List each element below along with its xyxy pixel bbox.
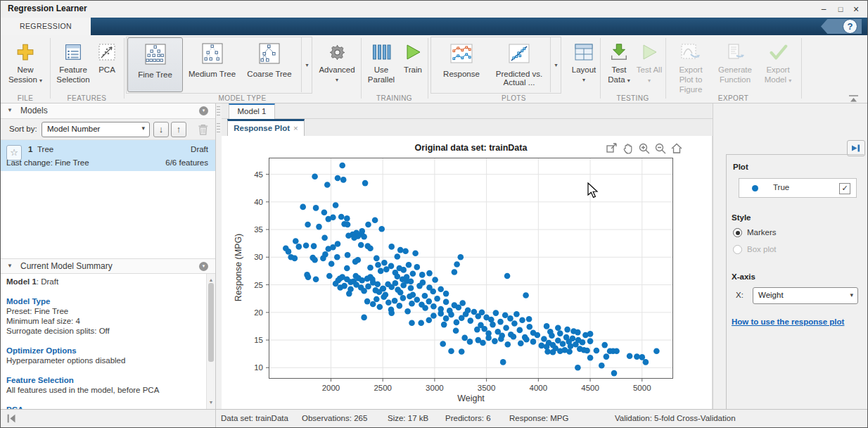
boxplot-radio-label[interactable]: Box plot [747,245,777,253]
markers-radio-label[interactable]: Markers [747,228,777,237]
feature-selection-button[interactable]: Feature Selection [53,39,94,84]
summary-heading-feature-selection[interactable]: Feature Selection [6,375,196,385]
svg-text:10: 10 [254,363,263,372]
tab-response-plot[interactable]: Response Plot× [227,119,305,136]
panel-menu-icon[interactable]: ▼ [199,262,208,271]
boxplot-radio[interactable] [733,245,742,254]
summary-scrollbar[interactable]: ▲ ▼ [206,274,215,409]
scatter-plot-canvas[interactable]: 2000250030003500400045005000101520253035… [269,158,673,379]
collapse-triangle-icon[interactable]: ▼ [7,263,13,269]
test-data-icon [604,39,634,65]
series-marker-icon [752,185,758,191]
train-button[interactable]: Train [400,39,426,75]
svg-text:30: 30 [254,253,263,261]
style-section-heading: Style [732,213,751,222]
coarse-tree-button[interactable]: Coarse Tree [241,37,298,92]
export-plot-icon [671,39,710,65]
new-session-label: New Session [8,65,37,84]
models-panel-header[interactable]: ▼ Models ▼ [1,103,215,119]
zoom-in-icon[interactable] [638,142,651,155]
delete-model-button[interactable] [195,122,210,137]
summary-line: Preset: Fine Tree [6,306,196,316]
plots-gallery-expand-button[interactable]: ▾ [550,37,561,92]
scrollbar-thumb[interactable] [208,283,214,362]
generate-function-icon [713,39,757,65]
coarse-tree-label: Coarse Tree [241,70,298,78]
advanced-label: Advanced [315,65,359,75]
export-model-button[interactable]: Export Model ▾ [760,39,796,86]
sort-dropdown-value: Model Number [47,125,100,133]
use-parallel-button[interactable]: Use Parallel [364,39,399,84]
model-type-gallery-expand-button[interactable]: ▾ [301,37,312,92]
response-plot-button[interactable]: Response [432,37,491,92]
layout-label: Layout [567,65,601,75]
close-tab-icon[interactable]: × [293,124,298,132]
title-bar: Regression Learner – □ × [1,1,867,18]
tab-model-1[interactable]: Model 1 [229,103,275,119]
use-parallel-label: Use Parallel [364,65,399,84]
x-axis-dropdown[interactable]: Weight ▾ [753,287,858,304]
pca-button[interactable]: PCA [94,39,120,75]
sort-dropdown[interactable]: Model Number ▾ [42,122,150,137]
section-model-type: Fine Tree Medium Tree Coarse Tree ▾ [124,35,361,103]
layout-button[interactable]: Layout ▾ [567,39,601,84]
scroll-down-icon[interactable]: ▼ [207,398,215,408]
y-axis-label: Response (MPG) [234,215,243,320]
generate-function-button[interactable]: Generate Function [713,39,757,84]
svg-text:3000: 3000 [426,384,444,392]
summary-panel-header[interactable]: ▼ Current Model Summary ▼ [1,258,215,274]
test-data-button[interactable]: Test Data ▾ [604,39,634,86]
panel-menu-icon[interactable]: ▼ [199,106,208,115]
tab-regression-learner[interactable]: REGRESSION LEARNER [1,18,91,35]
pan-hand-icon[interactable] [622,142,634,155]
collapse-left-panel-icon[interactable] [6,413,17,424]
gallery-expand-caret-icon: ▾ [305,62,308,68]
feature-selection-icon [53,39,94,65]
export-plot-to-figure-button[interactable]: Export Plot to Figure [671,39,710,94]
model-last-change: Last change: Fine Tree [6,158,89,167]
export-plot-label: Export Plot to Figure [671,65,710,94]
splitter-grip [217,123,220,134]
section-label-plots: PLOTS [428,94,600,102]
section-features: Feature Selection PCA FEATURES [50,35,124,103]
svg-text:40: 40 [254,198,263,206]
fine-tree-button[interactable]: Fine Tree [127,37,183,92]
generate-function-label: Generate Function [713,65,757,84]
model-list-item[interactable]: ☆ 1 Tree Draft Last change: Fine Tree 6/… [1,140,215,171]
minimize-button[interactable]: – [817,3,831,15]
markers-radio[interactable] [733,228,742,237]
advanced-button[interactable]: Advanced ▾ [315,39,359,84]
status-dataset: Data set: trainData [221,414,288,422]
gallery-expand-caret-icon: ▾ [554,62,557,68]
sort-descending-button[interactable]: ↓ [153,122,169,137]
test-data-label: Test Data [608,65,626,84]
help-icon[interactable]: ? [843,19,857,34]
use-parallel-icon [364,39,399,65]
summary-heading-model-type[interactable]: Model Type [6,296,196,306]
dropdown-caret-icon: ▾ [141,125,145,132]
series-checkbox[interactable]: ✓ [839,183,850,194]
new-session-button[interactable]: New Session ▾ [2,39,49,86]
sort-by-label: Sort by: [9,125,37,133]
status-response: Response: MPG [509,414,568,422]
summary-line: Hyperparameter options disabled [6,355,196,365]
x-selector-label: X: [736,291,743,299]
panel-splitter[interactable] [216,103,222,409]
dropdown-caret-icon: ▾ [850,291,853,298]
summary-line: All features used in the model, before P… [6,385,196,395]
medium-tree-button[interactable]: Medium Tree [185,37,239,92]
response-plot-help-link[interactable]: How to use the response plot [732,317,844,326]
model-number: 1 [28,145,32,153]
close-button[interactable]: × [849,3,863,15]
home-icon[interactable] [670,142,683,155]
ribbon-tab-row: REGRESSION LEARNER ? [1,18,867,35]
maximize-button[interactable]: □ [834,3,848,15]
zoom-out-icon[interactable] [654,142,667,155]
section-label-testing: TESTING [600,94,665,102]
export-plot-icon[interactable] [606,142,618,155]
test-all-button[interactable]: Test All ▾ [635,39,663,86]
predicted-vs-actual-button[interactable]: Predicted vs. Actual ... [492,37,546,92]
summary-heading-optimizer[interactable]: Optimizer Options [6,346,196,355]
sort-ascending-button[interactable]: ↑ [171,122,186,137]
collapse-triangle-icon[interactable]: ▼ [7,107,13,113]
